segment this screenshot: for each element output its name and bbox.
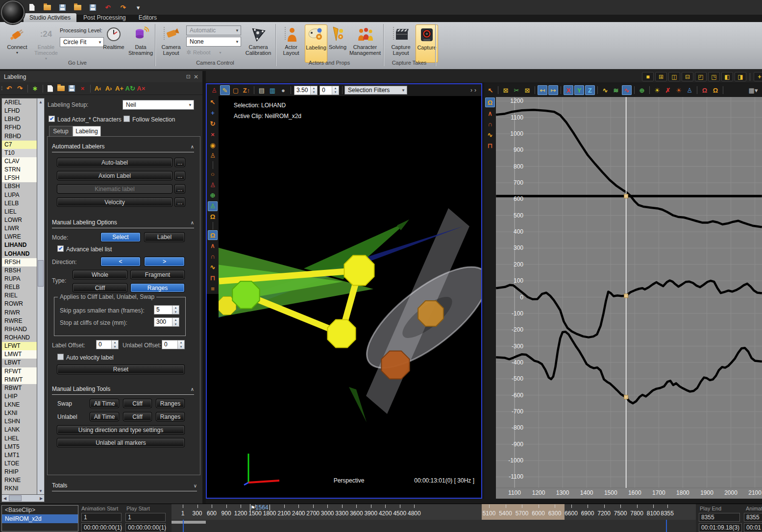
realtime-button[interactable]: Realtime [101, 24, 126, 50]
marker-item[interactable]: RBSH [2, 266, 37, 275]
layout-two-columns-icon[interactable]: ◫ [668, 72, 680, 81]
bell-orange-icon[interactable]: Ω [711, 85, 720, 95]
unlabel-offset-spinner[interactable]: 0▲▼ [162, 340, 185, 349]
marker-item[interactable]: RIWR [2, 309, 37, 317]
actor-layout-button[interactable]: Actor Layout [278, 24, 304, 56]
burst-icon[interactable]: ☀ [652, 85, 662, 95]
graph-settings-icon[interactable]: ▦▾ [748, 85, 758, 95]
marker-item[interactable]: RUPA [2, 275, 37, 283]
layout-two-rows-icon[interactable]: ⊟ [682, 72, 693, 81]
marker-item[interactable]: LIHAND [2, 241, 37, 249]
follow-selection-checkbox[interactable] [123, 116, 130, 122]
animation-start-time-field[interactable]: 00:00:00:00(1) [81, 523, 122, 532]
label-add-icon[interactable]: A+ [115, 84, 124, 94]
chevron-right-icon[interactable]: › [474, 87, 476, 94]
direction-forward-button[interactable]: > [144, 257, 185, 266]
forward-icon[interactable]: ↷ [15, 84, 25, 94]
new-setup-icon[interactable] [46, 84, 55, 94]
type-cliff-button[interactable]: Cliff [73, 283, 127, 292]
marker-item[interactable]: LMT1 [2, 451, 37, 459]
redo-icon[interactable]: ↷ [118, 2, 128, 12]
marker-item[interactable]: CLAV [2, 157, 37, 166]
open-file-icon[interactable] [42, 2, 52, 12]
processing-level-select[interactable]: Circle Fit▼ [60, 37, 104, 47]
drag-grip-icon[interactable]: ⁞⁞ [1, 86, 2, 91]
arch-icon[interactable]: ∩ [485, 119, 495, 129]
label-back-icon[interactable]: A‹ [93, 84, 103, 94]
label-forward-icon[interactable]: A› [104, 84, 114, 94]
manual-labeling-options-header[interactable]: Manual Labeling Options∧ [52, 219, 194, 228]
filled-curves-icon[interactable]: ∿ [622, 85, 632, 95]
skip-gaps-spinner[interactable]: 5▲▼ [154, 305, 179, 314]
lasso-icon[interactable]: ○ [208, 169, 218, 179]
x-channel-icon[interactable]: X [564, 85, 573, 95]
marker-item[interactable]: STRN [2, 166, 37, 174]
clip-row-selected[interactable]: NeilROM_x2d [2, 514, 78, 523]
unlabel-all-time-button[interactable]: All Time [90, 412, 119, 421]
marker-list[interactable]: ARIELLFHDLBHDRFHDRBHDC7T10CLAVSTRNLFSHLB… [1, 98, 37, 495]
character-management-button[interactable]: Character Management [349, 24, 381, 56]
type-whole-button[interactable]: Whole [73, 270, 127, 279]
play-start-time-field[interactable]: 00:00:00:00(1) [125, 523, 166, 532]
timeline-track[interactable] [172, 520, 696, 532]
label-refresh-icon[interactable]: A↻ [125, 84, 135, 94]
swap-all-time-button[interactable]: All Time [90, 399, 119, 408]
app-logo[interactable] [1, 0, 25, 24]
marker-item[interactable]: LIWR [2, 224, 37, 233]
clip-list[interactable]: <BaseClip> NeilROM_x2d [1, 505, 78, 532]
marker-sparkle-icon[interactable]: ∗ [30, 84, 40, 94]
marker-item[interactable]: LHEL [2, 435, 37, 443]
undo-icon[interactable]: ↶ [103, 2, 113, 12]
layout-quad-icon[interactable]: ⊞ [655, 72, 667, 81]
step-icon[interactable]: ⊓ [208, 273, 218, 283]
close-panel-icon[interactable]: ✕ [194, 73, 202, 80]
delete-setup-icon[interactable]: × [78, 84, 88, 94]
marker-item[interactable]: LKNE [2, 401, 37, 409]
y-channel-icon[interactable]: Y [574, 85, 584, 95]
globe-icon[interactable]: ⊕ [637, 85, 647, 95]
bell-icon[interactable]: Ω [485, 97, 495, 107]
marker-item[interactable]: LBWT [2, 359, 37, 367]
marker-item[interactable]: LELB [2, 199, 37, 208]
tab-studio-activities[interactable]: Studio Activities [24, 13, 76, 22]
camera-layout-button[interactable]: Camera Layout [158, 24, 184, 56]
mode-select-button[interactable]: Select [100, 232, 141, 242]
sphere-icon[interactable]: ● [278, 85, 288, 95]
actor-red-icon[interactable]: ♙ [208, 180, 218, 190]
z-channel-icon[interactable]: Z [585, 85, 595, 95]
save-setup-icon[interactable] [67, 84, 77, 94]
load-actor-checkbox[interactable]: ✔ [49, 116, 55, 122]
marker-item[interactable]: LHIP [2, 392, 37, 401]
auto-label-button[interactable]: Auto-label [57, 158, 172, 167]
scrollbar-thumb[interactable] [9, 495, 22, 501]
marker-item[interactable]: ROHAND [2, 334, 37, 342]
marker-item[interactable]: LOWR [2, 216, 37, 224]
cursor-icon[interactable]: ↖ [486, 85, 495, 95]
marker-item[interactable]: LOHAND [2, 250, 37, 258]
layout-main-right-icon[interactable]: ◨ [735, 72, 746, 81]
totals-header[interactable]: Totals∨ [52, 482, 197, 491]
marker-item[interactable]: LKNI [2, 409, 37, 417]
delete-keys-icon[interactable]: ⊠ [501, 85, 511, 95]
marker-item[interactable]: LMT5 [2, 443, 37, 451]
connect-button[interactable]: Connect ▾ [4, 24, 30, 56]
color-layers-icon[interactable]: ▥ [268, 85, 277, 95]
label-offset-spinner[interactable]: 0▲▼ [96, 340, 119, 349]
camera-calibration-button[interactable]: Camera Calibration [243, 24, 273, 56]
automated-labelers-header[interactable]: Automated Labelers∧ [52, 143, 194, 152]
z-up-icon[interactable]: Z↑ [242, 85, 251, 95]
manual-labeling-tools-header[interactable]: Manual Labeling Tools∧ [52, 386, 194, 395]
marquee-select-icon[interactable]: ▢ [231, 85, 241, 95]
kinematic-label-button[interactable]: Kinematic label [57, 184, 172, 193]
marker-item[interactable]: LMWT [2, 350, 37, 359]
axiom-label-options-button[interactable]: ... [174, 171, 185, 180]
scroll-left-icon[interactable]: ◀ [2, 495, 8, 502]
marker-item[interactable]: LTOE [2, 459, 37, 468]
marker-item[interactable]: T10 [2, 149, 37, 157]
trajectory-graph[interactable]: 1200110010009008007006005004003002001000… [496, 97, 762, 499]
axiom-label-button[interactable]: Axiom Label [57, 171, 172, 180]
back-icon[interactable]: ↶ [4, 84, 14, 94]
translate-axes-icon[interactable]: + [208, 108, 218, 118]
unlabel-all-markers-button[interactable]: Unlabel all markers [57, 438, 185, 447]
marker-item[interactable]: ROWR [2, 300, 37, 308]
